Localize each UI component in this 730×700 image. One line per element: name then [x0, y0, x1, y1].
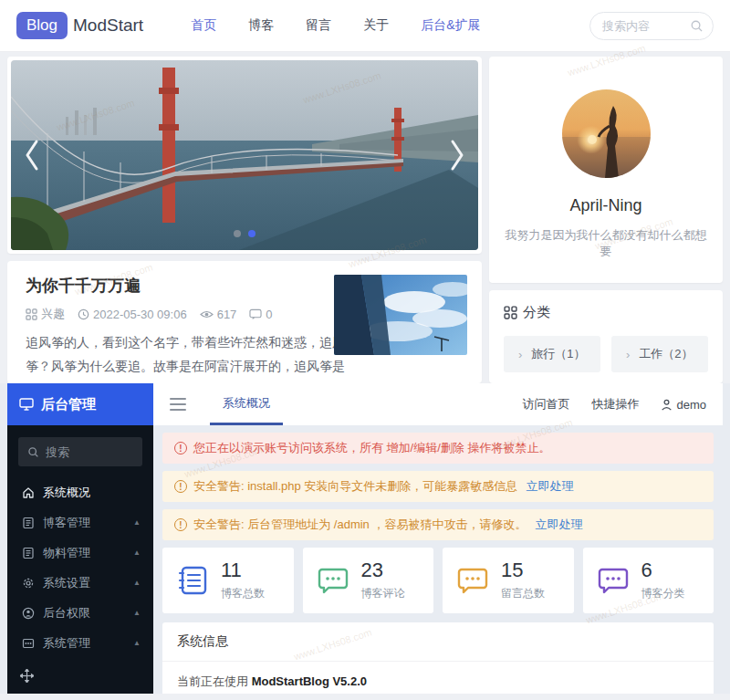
admin-sidebar: 后台管理 系统概况 博客管理 ▲ [7, 383, 153, 694]
grid-icon [504, 306, 517, 319]
alert-text: 安全警告: install.php 安装向导文件未删除，可能暴露敏感信息 [193, 478, 517, 495]
document-icon [22, 517, 35, 529]
quick-actions-link[interactable]: 快捷操作 [591, 396, 639, 413]
user-icon [22, 607, 35, 620]
menu-item-overview[interactable]: 系统概况 [7, 477, 153, 507]
blog-main: 为你千千万万遍 兴趣 202 [0, 52, 730, 383]
nav-item-home[interactable]: 首页 [191, 17, 216, 34]
page-footer-strip [0, 694, 730, 700]
move-icon[interactable] [20, 669, 34, 683]
menu-label: 博客管理 [43, 515, 125, 531]
system-info-body: 当前正在使用 ModStartBlog V5.2.0 当前使用的是最新版本，我们… [162, 662, 714, 694]
menu-item-system-settings[interactable]: 系统设置 ▲ [7, 568, 153, 598]
carousel-prev-button[interactable] [16, 130, 47, 181]
post-comments: 0 [249, 308, 272, 321]
post-excerpt: 追风筝的人，看到这个名字，带着些许茫然和迷惑，追风筝？风筝为什么要追。故事是在阿… [26, 331, 347, 383]
hamburger-menu-icon[interactable] [170, 394, 186, 414]
avatar[interactable] [562, 89, 651, 178]
username: demo [676, 398, 706, 412]
menu-label: 系统概况 [43, 485, 141, 501]
post-category[interactable]: 兴趣 [26, 306, 65, 322]
menu-item-system-manage[interactable]: 系统管理 ▲ [7, 628, 153, 658]
clock-icon [78, 308, 89, 320]
nav-item-message[interactable]: 留言 [306, 17, 331, 34]
post-category-label: 兴趣 [41, 306, 65, 322]
blog-logo-text[interactable]: ModStart [73, 16, 143, 36]
security-warning-install: ! 安全警告: install.php 安装向导文件未删除，可能暴露敏感信息 立… [162, 471, 714, 502]
category-label: 旅行（1） [531, 346, 585, 362]
chat-bubble-icon [596, 563, 631, 598]
collapse-arrow-icon: ▲ [133, 609, 141, 617]
stat-label: 博客总数 [221, 586, 265, 601]
blog-post-card: 为你千千万万遍 兴趣 202 [7, 261, 482, 383]
profile-card: April-Ning 我努力是因为我什么都没有却什么都想要 [489, 57, 723, 283]
gear-icon [22, 577, 35, 590]
blog-header: Blog ModStart 首页 博客 留言 关于 后台&扩展 [0, 0, 730, 52]
handle-now-link[interactable]: 立即处理 [535, 517, 582, 533]
category-item-work[interactable]: › 工作（2） [611, 336, 708, 372]
alert-text: 您正在以演示账号访问该系统，所有 增加/编辑/删除 操作将被禁止。 [193, 440, 550, 456]
monitor-icon [19, 398, 34, 411]
topbar-actions: 访问首页 快捷操作 demo [522, 396, 706, 413]
chat-bubble-icon [316, 563, 350, 598]
collapse-arrow-icon: ▲ [133, 579, 141, 587]
carousel-dot-2[interactable] [248, 230, 256, 237]
stat-card-blog-comments: 23 博客评论 [303, 548, 434, 613]
admin-search-input[interactable] [46, 445, 128, 459]
admin-panel: 后台管理 系统概况 博客管理 ▲ [0, 383, 730, 694]
stat-card-blog-categories: 6 博客分类 [583, 548, 714, 613]
search-icon[interactable] [690, 19, 704, 33]
stat-card-blog-total: 11 博客总数 [162, 548, 294, 613]
chevron-right-icon: › [626, 348, 630, 361]
menu-label: 后台权限 [43, 605, 125, 622]
profile-name[interactable]: April-Ning [569, 196, 641, 215]
blog-search-box [589, 12, 714, 40]
warning-circle-icon: ! [174, 518, 187, 531]
nav-item-about[interactable]: 关于 [363, 17, 389, 34]
menu-item-material-manage[interactable]: 物料管理 ▲ [7, 538, 153, 568]
stats-row: 11 博客总数 23 博客评论 [162, 548, 714, 613]
comment-icon [249, 308, 262, 320]
admin-title: 后台管理 [41, 396, 96, 413]
admin-content: ! 您正在以演示账号访问该系统，所有 增加/编辑/删除 操作将被禁止。 ! 安全… [153, 425, 723, 694]
profile-tagline: 我努力是因为我什么都没有却什么都想要 [489, 227, 723, 260]
admin-main: 系统概况 访问首页 快捷操作 demo ! 您正在以演示账号访问该系统，所有 增… [153, 383, 723, 694]
stat-label: 博客分类 [641, 586, 685, 601]
window-icon [22, 637, 35, 650]
version-prefix: 当前正在使用 [177, 674, 252, 688]
nav-item-blog[interactable]: 博客 [248, 17, 274, 34]
eye-icon [200, 308, 214, 320]
stat-value: 23 [361, 559, 405, 581]
blog-frontend: Blog ModStart 首页 博客 留言 关于 后台&扩展 [0, 0, 730, 383]
system-info-title: 系统信息 [162, 622, 714, 662]
user-menu[interactable]: demo [661, 398, 706, 412]
blog-logo-badge[interactable]: Blog [16, 12, 68, 39]
blog-search-input[interactable] [602, 19, 684, 33]
category-item-travel[interactable]: › 旅行（1） [504, 336, 600, 372]
menu-item-admin-permissions[interactable]: 后台权限 ▲ [7, 598, 153, 628]
stat-label: 留言总数 [501, 586, 545, 601]
person-icon [661, 399, 673, 411]
tab-system-overview[interactable]: 系统概况 [210, 383, 283, 425]
carousel-next-button[interactable] [442, 130, 473, 181]
admin-sidebar-header: 后台管理 [7, 383, 153, 425]
notebook-icon [175, 563, 210, 598]
nav-item-admin-ext[interactable]: 后台&扩展 [421, 17, 480, 34]
version-line: 当前正在使用 ModStartBlog V5.2.0 [177, 674, 699, 690]
stat-card-message-total: 15 留言总数 [443, 548, 574, 613]
collapse-arrow-icon: ▲ [133, 639, 141, 647]
menu-item-blog-manage[interactable]: 博客管理 ▲ [7, 507, 153, 538]
handle-now-link[interactable]: 立即处理 [526, 478, 573, 495]
post-thumbnail-sky[interactable] [334, 275, 467, 355]
category-label: 工作（2） [639, 346, 693, 362]
stat-value: 15 [501, 559, 545, 581]
visit-home-link[interactable]: 访问首页 [522, 396, 569, 413]
post-date: 2022-05-30 09:06 [78, 308, 187, 321]
demo-warning-alert: ! 您正在以演示账号访问该系统，所有 增加/编辑/删除 操作将被禁止。 [162, 433, 714, 464]
blog-nav: 首页 博客 留言 关于 后台&扩展 [191, 17, 480, 34]
security-warning-admin-path: ! 安全警告: 后台管理地址为 /admin ，容易被猜中攻击，请修改。 立即处… [162, 509, 714, 540]
admin-search-box [18, 437, 142, 466]
post-date-label: 2022-05-30 09:06 [93, 308, 187, 321]
menu-label: 物料管理 [43, 545, 125, 561]
carousel-dot-1[interactable] [234, 230, 241, 237]
